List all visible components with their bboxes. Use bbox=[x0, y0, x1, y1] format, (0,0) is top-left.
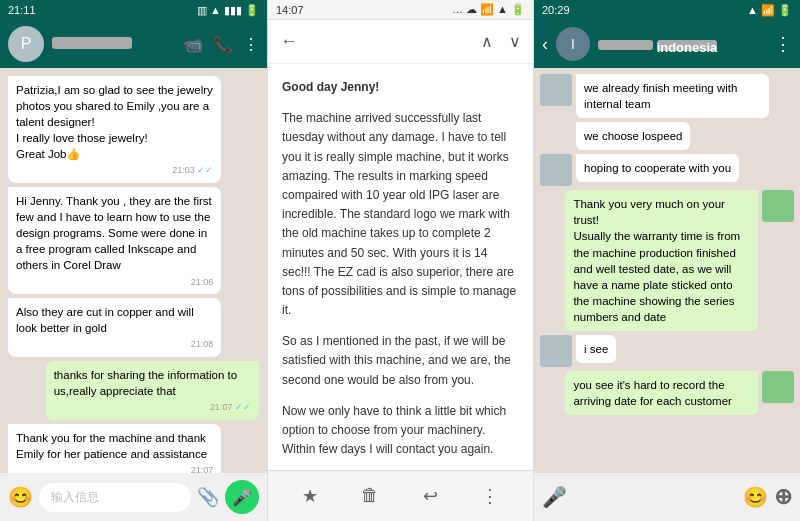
contact-name-3: indonesia bbox=[598, 37, 766, 52]
chat-header-3[interactable]: ‹ I indonesia ⋮ bbox=[534, 20, 800, 68]
status-bar-3: 20:29 ▲ 📶 🔋 bbox=[534, 0, 800, 20]
email-para-3: Now we only have to think a little bit w… bbox=[282, 402, 519, 460]
status-icons-1: ▥ ▲ ▮▮▮ 🔋 bbox=[197, 4, 259, 17]
msg-text-5: Thank you for the machine and thank Emil… bbox=[16, 430, 213, 462]
status-icons-2: … ☁ 📶 ▲ 🔋 bbox=[452, 3, 525, 16]
message-input-1[interactable]: 输入信息 bbox=[39, 483, 191, 512]
more-options-icon[interactable]: ⋮ bbox=[481, 485, 499, 507]
chat-header-info-1 bbox=[52, 37, 175, 52]
email-greeting: Good day Jenny! bbox=[282, 78, 519, 97]
msg-time-5: 21:07 bbox=[16, 464, 213, 473]
status-bar-1: 21:11 ▥ ▲ ▮▮▮ 🔋 bbox=[0, 0, 267, 20]
p3-thumb-1 bbox=[540, 74, 572, 106]
email-para-1: The machine arrived successfully last tu… bbox=[282, 109, 519, 320]
message-1: Patrizia,I am so glad to see the jewelry… bbox=[8, 76, 221, 183]
p3-message-5: i see bbox=[540, 335, 769, 367]
p3-message-2: we choose lospeed bbox=[576, 122, 690, 150]
chat-input-bar-1: 😊 输入信息 📎 🎤 bbox=[0, 473, 267, 521]
p3-message-3: hoping to cooperate with you bbox=[540, 154, 769, 186]
greeting-text: Good day Jenny! bbox=[282, 80, 379, 94]
p3-msg-text-4: Thank you very much on your trust!Usuall… bbox=[565, 190, 758, 331]
mic-button[interactable]: 🎤 bbox=[225, 480, 259, 514]
p3-thumb-5 bbox=[540, 335, 572, 367]
input-placeholder-1: 输入信息 bbox=[51, 490, 99, 504]
msg-time-3: 21:08 bbox=[16, 338, 213, 351]
msg-text-2: Hi Jenny. Thank you , they are the first… bbox=[16, 193, 213, 273]
down-arrow-icon[interactable]: ∨ bbox=[509, 32, 521, 51]
message-2: Hi Jenny. Thank you , they are the first… bbox=[8, 187, 221, 294]
msg-time-1: 21:03 ✓✓ bbox=[16, 164, 213, 177]
up-arrow-icon[interactable]: ∧ bbox=[481, 32, 493, 51]
more-icon-3[interactable]: ⋮ bbox=[774, 33, 792, 55]
status-icons-3: ▲ 📶 🔋 bbox=[747, 4, 792, 17]
header-icons-1[interactable]: 📹 📞 ⋮ bbox=[183, 35, 259, 54]
email-para-2: So as I mentioned in the past, if we wil… bbox=[282, 332, 519, 390]
contact-suffix: indonesia bbox=[657, 40, 717, 51]
msg-text-4: thanks for sharing the information to us… bbox=[54, 367, 251, 399]
p3-message-6: you see it's hard to record the arriving… bbox=[565, 371, 794, 415]
time-3: 20:29 bbox=[542, 4, 570, 16]
p3-msg-text-3: hoping to cooperate with you bbox=[576, 154, 739, 182]
p3-thumb-6 bbox=[762, 371, 794, 403]
msg-time-4: 21:07 ✓✓ bbox=[54, 401, 251, 414]
chat-area-1: Patrizia,I am so glad to see the jewelry… bbox=[0, 68, 267, 473]
emoji-icon[interactable]: 😊 bbox=[8, 485, 33, 509]
p3-thumb-4 bbox=[762, 190, 794, 222]
star-icon[interactable]: ★ bbox=[302, 485, 318, 507]
email-footer-icons[interactable]: ★ 🗑 ↩ ⋮ bbox=[280, 479, 521, 513]
p3-msg-text-2: we choose lospeed bbox=[576, 122, 690, 150]
status-bar-2: 14:07 … ☁ 📶 ▲ 🔋 bbox=[268, 0, 533, 20]
trash-icon[interactable]: 🗑 bbox=[361, 485, 379, 507]
back-icon[interactable]: ← bbox=[280, 31, 298, 52]
email-footer: ★ 🗑 ↩ ⋮ bbox=[268, 470, 533, 521]
p3-message-1: we already finish meeting with internal … bbox=[540, 74, 769, 118]
p3-add-icon[interactable]: ⊕ bbox=[774, 484, 792, 510]
msg-time-2: 21:06 bbox=[16, 276, 213, 289]
email-nav[interactable]: ← ∧ ∨ bbox=[268, 20, 533, 64]
more-icon[interactable]: ⋮ bbox=[243, 35, 259, 54]
email-panel-2: 14:07 … ☁ 📶 ▲ 🔋 ← ∧ ∨ Good day Jenny! Th… bbox=[267, 0, 534, 521]
p3-msg-text-1: we already finish meeting with internal … bbox=[576, 74, 769, 118]
avatar-1: P bbox=[8, 26, 44, 62]
p3-msg-text-5: i see bbox=[576, 335, 616, 363]
video-icon[interactable]: 📹 bbox=[183, 35, 203, 54]
message-3: Also they are cut in copper and will loo… bbox=[8, 298, 221, 357]
p3-mic-icon[interactable]: 🎤 bbox=[542, 485, 567, 509]
msg-text-1: Patrizia,I am so glad to see the jewelry… bbox=[16, 82, 213, 162]
chat-header-1[interactable]: P 📹 📞 ⋮ bbox=[0, 20, 267, 68]
chat-panel-3: 20:29 ▲ 📶 🔋 ‹ I indonesia ⋮ we already f… bbox=[534, 0, 800, 521]
back-icon-3[interactable]: ‹ bbox=[542, 34, 548, 55]
reply-icon[interactable]: ↩ bbox=[423, 485, 438, 507]
nav-arrows[interactable]: ∧ ∨ bbox=[481, 32, 521, 51]
message-5: Thank you for the machine and thank Emil… bbox=[8, 424, 221, 473]
msg-text-3: Also they are cut in copper and will loo… bbox=[16, 304, 213, 336]
chat-area-3: we already finish meeting with internal … bbox=[534, 68, 800, 473]
message-4: thanks for sharing the information to us… bbox=[46, 361, 259, 420]
time-1: 21:11 bbox=[8, 4, 36, 16]
p3-thumb-3 bbox=[540, 154, 572, 186]
p3-input-bar: 🎤 😊 ⊕ bbox=[534, 473, 800, 521]
email-content: Good day Jenny! The machine arrived succ… bbox=[268, 64, 533, 470]
p3-msg-text-6: you see it's hard to record the arriving… bbox=[565, 371, 758, 415]
p3-emoji-icon[interactable]: 😊 bbox=[743, 485, 768, 509]
call-icon[interactable]: 📞 bbox=[213, 35, 233, 54]
chat-panel-1: 21:11 ▥ ▲ ▮▮▮ 🔋 P 📹 📞 ⋮ Patrizia,I am so… bbox=[0, 0, 267, 521]
contact-name-1 bbox=[52, 37, 132, 49]
p3-message-4: Thank you very much on your trust!Usuall… bbox=[565, 190, 794, 331]
time-2: 14:07 bbox=[276, 4, 304, 16]
avatar-3: I bbox=[556, 27, 590, 61]
attach-icon[interactable]: 📎 bbox=[197, 486, 219, 508]
